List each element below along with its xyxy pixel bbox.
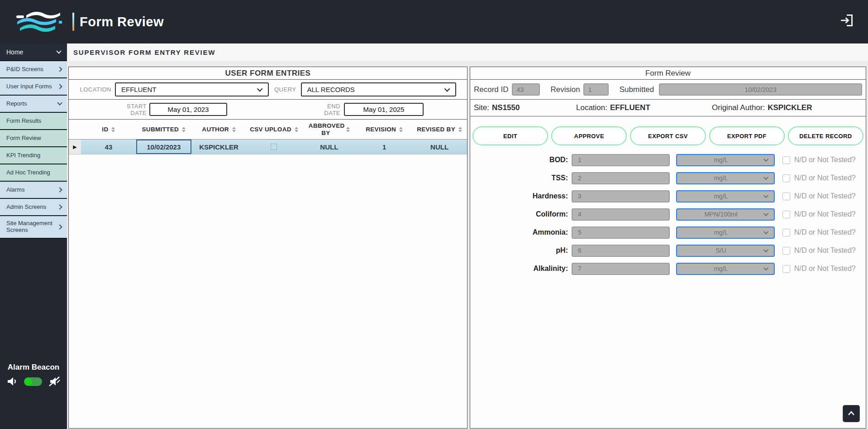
sidebar-item-ad-hoc-trending[interactable]: Ad Hoc Trending bbox=[0, 164, 67, 182]
logout-icon[interactable] bbox=[840, 14, 854, 27]
end-date-label: END DATE bbox=[310, 103, 340, 116]
start-date-input[interactable]: May 01, 2023 bbox=[149, 103, 227, 116]
sort-down-icon bbox=[399, 130, 403, 132]
column-header-revision[interactable]: REVISION bbox=[357, 120, 412, 140]
cell-revision[interactable]: 1 bbox=[357, 140, 412, 154]
column-header-csv-upload[interactable]: CSV UPLOAD bbox=[247, 120, 302, 140]
field-row-coliform: Coliform:4MPN/100mlN/D or Not Tested? bbox=[470, 207, 866, 221]
column-header-author[interactable]: AUTHOR bbox=[191, 120, 247, 140]
unit-value: mg/L bbox=[677, 193, 765, 200]
scroll-to-top-button[interactable] bbox=[843, 405, 859, 422]
chevron-down-icon bbox=[56, 48, 61, 53]
sidebar-item-user-input-forms[interactable]: User Input Forms bbox=[0, 78, 67, 96]
bod-unit-select[interactable]: mg/L bbox=[676, 154, 775, 166]
sort-up-icon bbox=[232, 127, 236, 129]
ammonia-nd-checkbox[interactable] bbox=[782, 229, 790, 236]
export-csv-button[interactable]: EXPORT CSV bbox=[630, 126, 706, 145]
sort-down-icon bbox=[458, 130, 462, 132]
nd-not-tested-label: N/D or Not Tested? bbox=[794, 192, 856, 200]
field-label-coliform: Coliform: bbox=[470, 210, 568, 218]
query-select[interactable]: ALL RECORDS bbox=[301, 82, 456, 96]
bod-nd-checkbox[interactable] bbox=[782, 156, 790, 164]
nd-not-tested-label: N/D or Not Tested? bbox=[794, 228, 856, 236]
field-value: 1 bbox=[578, 156, 582, 164]
speaker-on-icon[interactable] bbox=[7, 376, 18, 387]
sidebar-item-kpi-trending[interactable]: KPI Trending bbox=[0, 147, 67, 164]
cell-author[interactable]: KSPICKLER bbox=[191, 140, 247, 154]
export-pdf-button[interactable]: EXPORT PDF bbox=[709, 126, 785, 145]
column-header-label: SUBMITTED bbox=[142, 126, 179, 133]
hardness-unit-select[interactable]: mg/L bbox=[676, 190, 775, 202]
column-header-id[interactable]: ID bbox=[81, 120, 136, 140]
location-select[interactable]: EFFLUENT bbox=[115, 82, 269, 96]
ph-value-input: 6 bbox=[572, 245, 670, 257]
sidebar-item-site-management-screens[interactable]: Site Management Screens bbox=[0, 216, 67, 239]
sidebar-item-p-id-screens[interactable]: P&ID Screens bbox=[0, 61, 67, 78]
record-header-row: Record ID 43 Revision 1 Submitted 10/02/… bbox=[470, 80, 866, 100]
sidebar-item-form-results[interactable]: Form Results bbox=[0, 113, 67, 130]
sidebar-item-admin-screens[interactable]: Admin Screens bbox=[0, 199, 67, 216]
approve-button[interactable]: APPROVE bbox=[551, 126, 627, 145]
edit-button[interactable]: EDIT bbox=[472, 126, 548, 145]
record-id-field: 43 bbox=[512, 83, 540, 96]
column-header-submitted[interactable]: SUBMITTED bbox=[136, 120, 191, 140]
ph-nd-checkbox[interactable] bbox=[782, 247, 790, 255]
nd-not-tested-label: N/D or Not Tested? bbox=[794, 174, 856, 182]
sidebar-item-reports[interactable]: Reports bbox=[0, 96, 67, 113]
nd-not-tested-label: N/D or Not Tested? bbox=[794, 265, 856, 273]
sidebar-item-form-review[interactable]: Form Review bbox=[0, 130, 67, 147]
revision-label: Revision bbox=[551, 85, 580, 94]
column-header-abbroved-by[interactable]: ABBROVED BY bbox=[301, 120, 357, 140]
field-row-bod: BOD:1mg/LN/D or Not Tested? bbox=[470, 153, 866, 167]
field-label-bod: BOD: bbox=[470, 156, 568, 164]
hardness-nd-checkbox[interactable] bbox=[782, 193, 790, 200]
start-date-label: START DATE bbox=[110, 103, 147, 116]
row-selector-marker[interactable]: ▶ bbox=[69, 140, 81, 154]
ammonia-unit-select[interactable]: mg/L bbox=[676, 227, 775, 239]
title-separator-bar bbox=[72, 13, 74, 31]
sidebar-item-alarms[interactable]: Alarms bbox=[0, 182, 67, 199]
location-info-value: EFFLUENT bbox=[610, 103, 650, 112]
alarm-beacon-toggle[interactable] bbox=[24, 377, 42, 386]
sidebar-item-label: Reports bbox=[6, 101, 58, 107]
cell-abbroved-by[interactable]: NULL bbox=[301, 140, 357, 154]
sort-arrows-icon bbox=[232, 127, 236, 132]
cell-submitted[interactable]: 10/02/2023 bbox=[136, 140, 191, 154]
column-header-revised-by[interactable]: REVISED BY bbox=[412, 120, 467, 140]
alkalinity-nd-checkbox[interactable] bbox=[782, 265, 790, 273]
ph-unit-select[interactable]: S/U bbox=[676, 245, 775, 257]
column-header-label: ID bbox=[102, 126, 108, 133]
tss-unit-select[interactable]: mg/L bbox=[676, 172, 775, 184]
unit-value: mg/L bbox=[677, 156, 765, 164]
field-label-alkalinity: Alkalinity: bbox=[470, 265, 568, 273]
ammonia-value-input: 5 bbox=[572, 227, 670, 239]
column-header-label: CSV UPLOAD bbox=[250, 126, 291, 133]
sidebar-item-label: KPI Trending bbox=[6, 152, 62, 159]
tss-nd-checkbox[interactable] bbox=[782, 174, 790, 182]
chevron-down-icon bbox=[57, 100, 62, 105]
location-label: LOCATION bbox=[80, 86, 111, 93]
end-date-input[interactable]: May 01, 2025 bbox=[344, 103, 424, 116]
csv-upload-checkbox[interactable] bbox=[271, 144, 277, 150]
coliform-unit-select[interactable]: MPN/100ml bbox=[676, 208, 775, 221]
chevron-right-icon bbox=[57, 204, 62, 209]
hardness-value-input: 3 bbox=[572, 190, 670, 202]
speaker-off-icon[interactable] bbox=[48, 376, 60, 387]
delete-record-button[interactable]: DELETE RECORD bbox=[788, 126, 863, 145]
tss-value-input: 2 bbox=[572, 172, 670, 184]
field-value: 4 bbox=[578, 211, 582, 218]
field-value: 3 bbox=[578, 193, 582, 200]
page-subheader: SUPERVISOR FORM ENTRY REVIEW bbox=[67, 43, 868, 61]
entries-table: IDSUBMITTEDAUTHORCSV UPLOADABBROVED BYRE… bbox=[69, 120, 467, 154]
unit-value: MPN/100ml bbox=[677, 211, 765, 218]
sidebar-item-label: P&ID Screens bbox=[6, 66, 58, 73]
cell-csv-upload[interactable] bbox=[247, 140, 302, 154]
cell-revised-by[interactable]: NULL bbox=[412, 140, 467, 154]
alkalinity-unit-select[interactable]: mg/L bbox=[676, 263, 775, 275]
field-value: 6 bbox=[578, 247, 582, 254]
coliform-nd-checkbox[interactable] bbox=[782, 211, 790, 218]
sort-arrows-icon bbox=[182, 127, 186, 132]
waves-logo bbox=[15, 10, 62, 34]
cell-id[interactable]: 43 bbox=[81, 140, 136, 154]
sidebar-item-home[interactable]: Home bbox=[0, 43, 67, 61]
